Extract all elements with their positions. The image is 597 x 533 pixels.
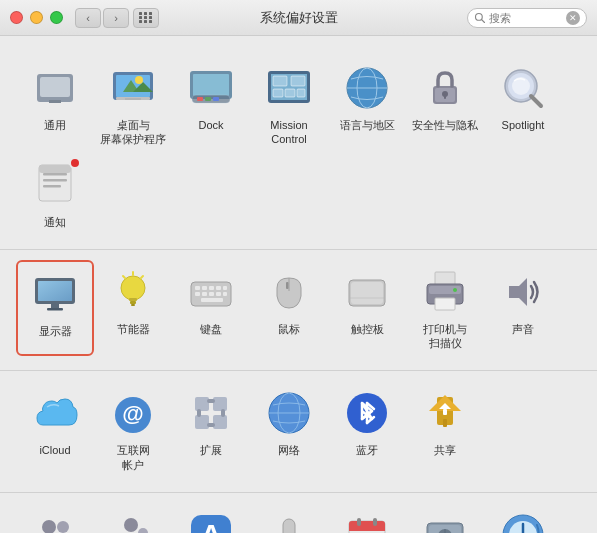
pref-sound[interactable]: 声音 bbox=[484, 260, 562, 357]
svg-rect-81 bbox=[195, 415, 209, 429]
mission-label: MissionControl bbox=[270, 118, 307, 147]
pref-extensions[interactable]: 扩展 bbox=[172, 381, 250, 478]
svg-rect-114 bbox=[373, 518, 377, 526]
pref-display[interactable]: 显示器 bbox=[16, 260, 94, 357]
pref-spotlight[interactable]: Spotlight bbox=[484, 56, 562, 153]
svg-point-101 bbox=[124, 518, 138, 532]
svg-rect-69 bbox=[351, 282, 383, 304]
pref-startup[interactable]: 启动磁盘 bbox=[406, 503, 484, 533]
pref-sharing[interactable]: 共享 bbox=[406, 381, 484, 478]
appstore-icon: A bbox=[187, 511, 235, 533]
svg-rect-86 bbox=[221, 409, 225, 417]
security-icon bbox=[421, 64, 469, 112]
close-button[interactable] bbox=[10, 11, 23, 24]
energy-icon bbox=[109, 268, 157, 316]
svg-point-100 bbox=[57, 521, 69, 533]
svg-rect-40 bbox=[43, 185, 61, 188]
svg-rect-22 bbox=[273, 89, 283, 97]
svg-rect-50 bbox=[131, 304, 135, 306]
pref-dictation[interactable]: 听写与语音 bbox=[250, 503, 328, 533]
sound-label: 声音 bbox=[512, 322, 534, 336]
mouse-icon bbox=[265, 268, 313, 316]
svg-rect-106 bbox=[283, 519, 295, 533]
maximize-button[interactable] bbox=[50, 11, 63, 24]
pref-mouse[interactable]: 鼠标 bbox=[250, 260, 328, 357]
security-label: 安全性与隐私 bbox=[412, 118, 478, 132]
svg-rect-67 bbox=[286, 282, 289, 289]
grid-view-button[interactable] bbox=[133, 8, 159, 28]
svg-rect-58 bbox=[216, 286, 221, 290]
svg-rect-64 bbox=[223, 292, 227, 296]
internet-label: 互联网帐户 bbox=[117, 443, 150, 472]
search-clear-button[interactable]: ✕ bbox=[566, 11, 580, 25]
pref-energy[interactable]: 节能器 bbox=[94, 260, 172, 357]
svg-line-1 bbox=[482, 19, 485, 22]
pref-general[interactable]: 通用 bbox=[16, 56, 94, 153]
minimize-button[interactable] bbox=[30, 11, 43, 24]
language-label: 语言与地区 bbox=[340, 118, 395, 132]
window-title: 系统偏好设置 bbox=[260, 9, 338, 27]
timemachine-icon bbox=[499, 511, 547, 533]
svg-point-9 bbox=[135, 76, 143, 84]
startup-icon bbox=[421, 511, 469, 533]
sharing-label: 共享 bbox=[434, 443, 456, 457]
bluetooth-label: 蓝牙 bbox=[356, 443, 378, 457]
pref-trackpad[interactable]: 触控板 bbox=[328, 260, 406, 357]
search-box[interactable]: ✕ bbox=[467, 8, 587, 28]
pref-desktop[interactable]: 桌面与屏幕保护程序 bbox=[94, 56, 172, 153]
notification-badge-wrap bbox=[31, 159, 79, 211]
svg-line-53 bbox=[123, 276, 125, 278]
pref-internet[interactable]: @ 互联网帐户 bbox=[94, 381, 172, 478]
network-icon bbox=[265, 389, 313, 437]
pref-parental[interactable]: 家长控制 bbox=[94, 503, 172, 533]
hardware-section: 显示器 节能器 bbox=[0, 250, 597, 372]
pref-icloud[interactable]: iCloud bbox=[16, 381, 94, 478]
trackpad-label: 触控板 bbox=[351, 322, 384, 336]
svg-rect-111 bbox=[349, 527, 385, 531]
svg-point-75 bbox=[453, 288, 457, 292]
svg-rect-55 bbox=[195, 286, 200, 290]
pref-keyboard[interactable]: 键盘 bbox=[172, 260, 250, 357]
parental-icon bbox=[109, 511, 157, 533]
svg-rect-59 bbox=[223, 286, 227, 290]
extensions-label: 扩展 bbox=[200, 443, 222, 457]
energy-label: 节能器 bbox=[117, 322, 150, 336]
svg-rect-46 bbox=[47, 308, 63, 311]
pref-language[interactable]: 语言与地区 bbox=[328, 56, 406, 153]
svg-rect-98 bbox=[443, 409, 447, 415]
svg-rect-113 bbox=[357, 518, 361, 526]
svg-rect-3 bbox=[40, 77, 70, 97]
pref-network[interactable]: 网络 bbox=[250, 381, 328, 478]
pref-appstore[interactable]: A App Store bbox=[172, 503, 250, 533]
printer-label: 打印机与扫描仪 bbox=[423, 322, 467, 351]
icloud-label: iCloud bbox=[39, 443, 70, 457]
pref-dock[interactable]: Dock bbox=[172, 56, 250, 153]
svg-rect-44 bbox=[38, 281, 72, 301]
notification-badge bbox=[69, 157, 81, 169]
bluetooth-icon bbox=[343, 389, 391, 437]
svg-point-102 bbox=[138, 528, 148, 533]
search-input[interactable] bbox=[489, 12, 559, 24]
svg-rect-21 bbox=[291, 76, 305, 86]
pref-datetime[interactable]: 18 日期与时间 bbox=[328, 503, 406, 533]
pref-mission[interactable]: MissionControl bbox=[250, 56, 328, 153]
pref-security[interactable]: 安全性与隐私 bbox=[406, 56, 484, 153]
pref-bluetooth[interactable]: 蓝牙 bbox=[328, 381, 406, 478]
keyboard-icon bbox=[187, 268, 235, 316]
pref-notification[interactable]: 通知 bbox=[16, 153, 94, 235]
pref-printer[interactable]: 打印机与扫描仪 bbox=[406, 260, 484, 357]
personal-items: 通用 桌面与屏幕保护程序 bbox=[16, 56, 581, 235]
pref-users[interactable]: 用户与群组 bbox=[16, 503, 94, 533]
svg-rect-23 bbox=[285, 89, 295, 97]
forward-button[interactable]: › bbox=[103, 8, 129, 28]
svg-rect-60 bbox=[195, 292, 200, 296]
back-button[interactable]: ‹ bbox=[75, 8, 101, 28]
svg-rect-39 bbox=[43, 179, 67, 182]
spotlight-icon bbox=[499, 64, 547, 112]
svg-rect-56 bbox=[202, 286, 207, 290]
svg-rect-61 bbox=[202, 292, 207, 296]
pref-timemachine[interactable]: Time Machine bbox=[484, 503, 562, 533]
svg-rect-20 bbox=[273, 76, 287, 86]
svg-line-35 bbox=[531, 96, 541, 106]
system-items: 用户与群组 家长控制 bbox=[16, 503, 581, 533]
